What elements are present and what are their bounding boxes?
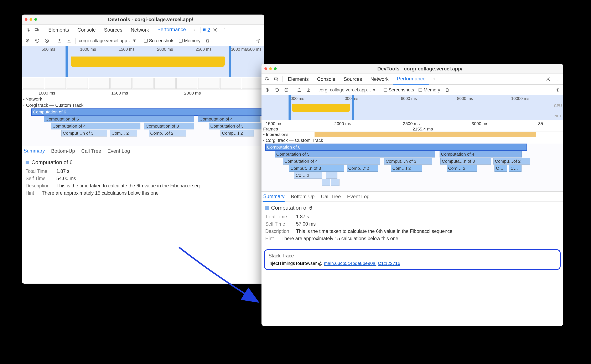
flame-chart[interactable]: Computation of 6Computation of 5Computat… (22, 108, 264, 146)
flame-bar[interactable]: Com… 2 (447, 165, 477, 172)
trash-icon[interactable] (443, 86, 451, 94)
trash-icon[interactable] (203, 37, 212, 45)
close-icon[interactable] (264, 67, 267, 70)
flame-bar[interactable]: Comp…f 2 (347, 165, 378, 172)
flame-bar[interactable]: Computation of 4 (283, 158, 380, 165)
maximize-icon[interactable] (34, 18, 37, 21)
tab-console[interactable]: Console (74, 25, 100, 35)
screenshots-checkbox[interactable]: Screenshots (382, 87, 416, 93)
issues-badge[interactable]: 2 (202, 27, 210, 33)
flame-bar[interactable] (322, 179, 330, 186)
reload-icon[interactable] (33, 37, 41, 45)
traffic-lights[interactable] (25, 18, 37, 21)
download-icon[interactable] (305, 86, 313, 94)
flame-bar[interactable]: Comput…n of 3 (289, 165, 344, 172)
gear-icon[interactable] (254, 37, 262, 45)
flame-bar[interactable]: Computation of 3 (144, 123, 194, 130)
maximize-icon[interactable] (274, 67, 277, 70)
thumb[interactable] (198, 78, 220, 89)
upload-icon[interactable] (295, 86, 303, 94)
overview-timeline[interactable]: 000 ms 000 ms 6000 ms 8000 ms 10000 ms C… (262, 95, 563, 120)
flame-bar[interactable]: Comput…n of 3 (384, 158, 432, 165)
thumb[interactable] (89, 78, 110, 89)
flame-bar[interactable]: Com… 2 (110, 130, 137, 136)
record-icon[interactable] (263, 86, 271, 94)
record-icon[interactable] (24, 37, 32, 45)
close-icon[interactable] (25, 18, 27, 21)
overview-timeline[interactable]: 500 ms 1000 ms 1500 ms 2000 ms 2500 ms 3… (22, 46, 264, 77)
traffic-lights[interactable] (264, 67, 277, 70)
memory-checkbox[interactable]: Memory (417, 87, 442, 93)
dtab-event-log[interactable]: Event Log (347, 191, 369, 202)
thumb[interactable] (242, 78, 263, 89)
dtab-call-tree[interactable]: Call Tree (321, 191, 341, 202)
flame-bar[interactable]: Comp…f 2 (221, 130, 254, 136)
network-track-header[interactable]: ▶Network (22, 96, 264, 102)
flame-bar[interactable]: Computation of 4 (51, 123, 141, 130)
flame-bar[interactable]: Comput…n of 3 (61, 130, 107, 136)
thumb[interactable] (67, 78, 88, 89)
flame-bar[interactable] (326, 172, 337, 179)
main-ruler[interactable]: 1000 ms 1500 ms 2000 ms (22, 90, 264, 96)
tab-performance[interactable]: Performance (154, 25, 189, 35)
flame-bar[interactable]: Computation of 3 (209, 123, 264, 130)
tab-console[interactable]: Console (313, 74, 339, 84)
dtab-summary[interactable]: Summary (263, 191, 285, 202)
dtab-event-log[interactable]: Event Log (107, 146, 130, 156)
url-select[interactable]: corgi-collage.vercel.app…▼ (78, 38, 138, 43)
dtab-bottom-up[interactable]: Bottom-Up (291, 191, 315, 202)
tab-sources[interactable]: Sources (100, 25, 126, 35)
flame-bar[interactable]: Com…f 2 (391, 165, 422, 172)
tab-sources[interactable]: Sources (340, 74, 366, 84)
dtab-call-tree[interactable]: Call Tree (81, 146, 101, 156)
device-icon[interactable] (272, 75, 281, 83)
tab-performance[interactable]: Performance (393, 74, 429, 84)
thumb[interactable] (45, 78, 66, 89)
tab-network[interactable]: Network (367, 74, 392, 84)
thumb[interactable] (176, 78, 198, 89)
flame-bar[interactable]: Co… 2 (294, 172, 322, 179)
flame-bar[interactable]: Computation of 6 (31, 108, 264, 115)
dtab-bottom-up[interactable]: Bottom-Up (51, 146, 75, 156)
gear-icon[interactable] (211, 26, 219, 34)
tab-network[interactable]: Network (127, 25, 153, 35)
gear-icon[interactable] (553, 86, 561, 94)
flame-bar[interactable]: Computation of 5 (44, 116, 194, 122)
custom-track-header[interactable]: ▼Corgi track — Custom Track (262, 137, 563, 143)
main-ruler[interactable]: 1500 ms 2000 ms 2500 ms 3000 ms 35 (262, 120, 563, 127)
range-handle-right[interactable] (352, 95, 354, 120)
tab-elements[interactable]: Elements (284, 74, 312, 84)
thumb[interactable] (110, 78, 132, 89)
interactions-row[interactable]: ▶ Interactions (262, 132, 563, 137)
device-icon[interactable] (33, 26, 41, 34)
reload-icon[interactable] (273, 86, 281, 94)
kebab-icon[interactable]: ⋮ (553, 75, 561, 83)
flame-bar[interactable]: Computation of 4 (440, 151, 522, 157)
flame-bar[interactable] (331, 179, 340, 186)
thumb[interactable] (220, 78, 242, 89)
flame-bar[interactable]: Computation of 5 (275, 151, 435, 157)
flame-chart[interactable]: Computation of 6Computation of 5Computat… (262, 143, 563, 191)
flame-bar[interactable]: Computation of 4 (198, 116, 261, 122)
more-tabs-icon[interactable]: » (430, 75, 438, 83)
upload-icon[interactable] (55, 37, 64, 45)
flame-bar[interactable]: Computation of 6 (266, 143, 527, 150)
flame-bar[interactable]: Computa…n of 3 (440, 158, 491, 165)
screenshot-thumbs[interactable] (22, 77, 264, 90)
flame-bar[interactable]: C… (509, 165, 522, 172)
memory-checkbox[interactable]: Memory (177, 38, 202, 43)
range-handle-right[interactable] (229, 46, 231, 77)
download-icon[interactable] (65, 37, 73, 45)
kebab-icon[interactable]: ⋮ (220, 26, 228, 34)
tab-elements[interactable]: Elements (45, 25, 73, 35)
custom-track-header[interactable]: ▼Corgi track — Custom Track (22, 102, 264, 108)
url-select[interactable]: corgi-collage.vercel.app…▼ (317, 87, 377, 93)
clear-icon[interactable] (43, 37, 51, 45)
clear-icon[interactable] (282, 86, 291, 94)
flame-bar[interactable]: C… (495, 165, 507, 172)
stack-link[interactable]: main.63cb5c4bde8be90a.js:1:122716 (324, 261, 400, 266)
thumb[interactable] (133, 78, 154, 89)
flame-bar[interactable]: Comp…of 2 (149, 130, 186, 136)
inspect-icon[interactable] (263, 75, 271, 83)
minimize-icon[interactable] (269, 67, 272, 70)
